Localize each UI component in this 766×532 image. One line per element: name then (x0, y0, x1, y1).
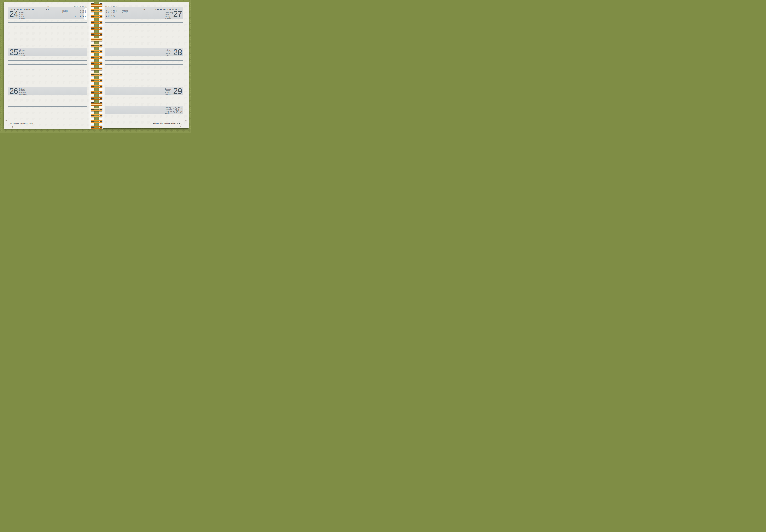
ruled-line (8, 110, 87, 111)
year-label: 2027 (142, 5, 148, 8)
mini-calendar-day: 15 (78, 15, 81, 16)
mini-calendar-day: 15 (109, 8, 112, 10)
footnote-right: * 30. Restauração da Independência (P) (133, 122, 181, 124)
ruled-line (105, 68, 183, 69)
ruled-line (105, 103, 183, 103)
mini-calendar-day: 30 (114, 10, 117, 11)
ruled-line (105, 118, 183, 118)
mini-calendar-day: 14 (78, 13, 81, 15)
mini-calendar-month-names: November Novembre Novembre November (62, 8, 68, 14)
mini-calendar-day: 22 (81, 15, 84, 16)
binding-wire (91, 46, 102, 47)
ruled-line (105, 38, 183, 38)
mini-calendar-day: 1 (73, 15, 76, 16)
mini-calendar-day: 26 (84, 11, 86, 12)
ruled-line (105, 46, 183, 46)
mini-calendar-day: 10 (107, 11, 109, 12)
mini-calendar-day: 31 (114, 11, 117, 12)
binding-wire (91, 44, 102, 45)
mini-calendar-day: 25 (112, 12, 115, 13)
mini-calendar-day: 12 (107, 13, 109, 15)
binding-wire (91, 5, 102, 7)
mini-calendar-day: 25 (84, 10, 86, 11)
day-names-30: Sonntag Dimanche Domenica Sunday (165, 107, 172, 114)
mini-calendar-day: 12 (78, 11, 81, 12)
mini-calendar-day: 5 (104, 13, 107, 15)
binding-wire (91, 104, 102, 106)
day-header-band-30: 30Sonntag Dimanche Domenica Sunday (105, 106, 183, 114)
day-header-band-29: 29Samstag Samedi Sabato Saturday (105, 87, 183, 95)
ruled-line (105, 42, 183, 42)
mini-calendar-day: 26 (112, 13, 115, 15)
binding-wire (91, 33, 102, 34)
ruled-line (8, 38, 87, 38)
binding-wire (91, 108, 102, 109)
binding-wire (91, 62, 102, 63)
binding-wire (91, 11, 102, 12)
binding-wire (91, 58, 102, 59)
mini-calendar-day: 6 (104, 15, 107, 16)
mini-calendar-day: 23 (81, 16, 84, 17)
ruled-line (8, 42, 87, 42)
ruled-line (105, 30, 183, 30)
week-number-label: 48 (143, 8, 146, 11)
mini-calendar-day: 5 (76, 11, 78, 12)
binding-wire (91, 75, 102, 76)
binding-wire (91, 91, 102, 92)
binding-wire (91, 21, 102, 22)
day-names-29: Samstag Samedi Sabato Saturday (165, 88, 171, 95)
mini-calendar-day: 18 (109, 12, 112, 13)
planner-spread: 2027 * 24. Thanksgiving Day (USA) Novemb… (0, 0, 191, 133)
binding-wire (91, 93, 102, 94)
day-names-28: Freitag Vendredi Venerdì Friday (165, 49, 171, 56)
mini-calendar-day: 1 (104, 8, 107, 10)
mini-calendar-day: 13 (78, 12, 81, 13)
binding-wire (91, 64, 102, 65)
binding-wire (91, 73, 102, 74)
mini-calendar-day: 3 (76, 8, 78, 10)
mini-calendar-day: 8 (107, 8, 109, 10)
binding-wire (91, 126, 102, 127)
ruled-line (8, 22, 87, 23)
ruled-line (8, 26, 87, 26)
ruled-line (105, 60, 183, 61)
footnote-marker: * (168, 114, 180, 116)
ruled-line (8, 106, 87, 107)
mini-calendar-day: 17 (81, 8, 84, 10)
footnote-left: * 24. Thanksgiving Day (USA) (9, 122, 33, 124)
day-names-26: Mittwoch Mercredi Mercoledì Wednesday (19, 88, 27, 95)
binding-wire (91, 99, 102, 100)
binding-wire (91, 50, 102, 51)
binding-wire (91, 35, 102, 36)
mini-calendar-day: 16 (109, 10, 112, 11)
mini-calendar-day: 13 (107, 15, 109, 16)
binding-wire (91, 40, 102, 41)
year-label: 2027 (46, 5, 52, 8)
binding-wire (91, 97, 102, 98)
day-names-24: Montag Lundi Lunedì Monday (19, 12, 25, 19)
ruled-line (8, 99, 87, 99)
binding-wire (91, 29, 102, 30)
footnote-marker: * (8, 19, 12, 22)
mini-calendar-day: 4 (76, 10, 78, 11)
perforation-arc (180, 120, 188, 128)
ruled-line (8, 68, 87, 69)
week-number-label: 48 (46, 8, 49, 11)
day-header-band-26: 26Mittwoch Mercredi Mercoledì Wednesday (8, 87, 87, 95)
ruled-line (8, 64, 87, 65)
ruled-line (8, 103, 87, 103)
mini-calendar-day: 29 (84, 15, 86, 16)
binding-wire (91, 17, 102, 18)
mini-calendar-day: 19 (109, 13, 112, 15)
ruled-line (105, 72, 183, 72)
ruled-line (8, 84, 87, 84)
ruled-line (105, 22, 183, 23)
ruled-line (105, 34, 183, 34)
ruled-line (8, 80, 87, 80)
ruled-line (105, 99, 183, 99)
ruled-line (105, 84, 183, 84)
binding-wire (91, 85, 102, 86)
mini-calendar-day: 21 (81, 13, 84, 15)
mini-calendar-month-names: Dezember Décembre Dicembre December (122, 8, 128, 14)
mini-calendar-day: 7 (104, 16, 107, 17)
